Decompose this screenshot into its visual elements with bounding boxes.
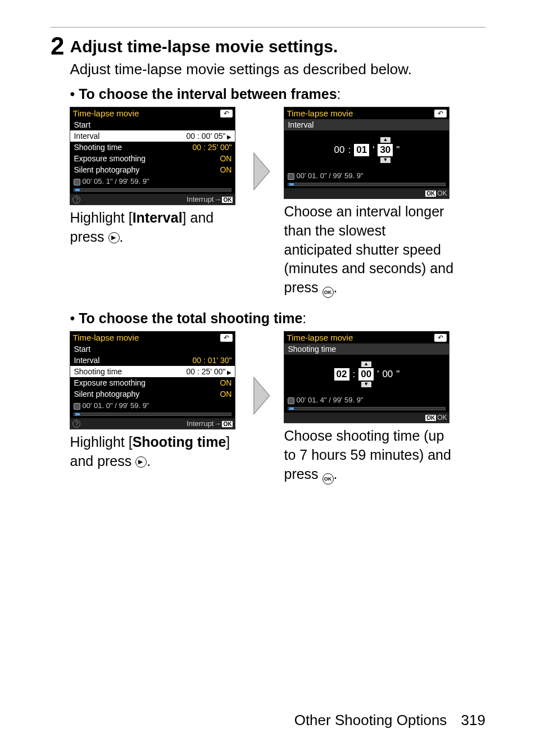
section-b-heading: • To choose the total shooting time:	[70, 310, 485, 327]
movie-icon	[74, 179, 80, 185]
section-a-heading: • To choose the interval between frames:	[70, 86, 485, 102]
step-title: Adjust time-lapse movie settings.	[70, 37, 485, 56]
caption-a-left: Highlight [Interval] and press .	[70, 209, 241, 247]
movie-icon	[74, 403, 80, 410]
step-desc: Adjust time-lapse movie settings as desc…	[70, 60, 485, 79]
menu-screenshot-shooting-edit: Time-lapse movie↶ Shooting time 02 : ▲00…	[284, 331, 449, 423]
multi-selector-right-icon	[108, 232, 120, 243]
page-footer: Other Shooting Options 319	[294, 712, 485, 729]
movie-icon	[288, 173, 294, 180]
menu-screenshot-shooting-list: Time-lapse movie↶ Start Interval00 : 01'…	[70, 331, 235, 429]
back-icon: ↶	[434, 334, 447, 342]
menu-screenshot-interval-list: Time-lapse movie↶ Start Interval00 : 00'…	[70, 107, 235, 205]
footer-section: Other Shooting Options	[294, 712, 447, 728]
help-icon: ?	[72, 420, 80, 428]
movie-icon	[288, 397, 294, 404]
menu-screenshot-interval-edit: Time-lapse movie↶ Interval 00: 01 ' ▲30▼…	[284, 107, 449, 199]
caption-b-left: Highlight [Shooting time] and press .	[70, 433, 241, 471]
arrow-separator-icon	[251, 376, 274, 415]
multi-selector-right-icon	[135, 456, 147, 468]
caption-b-right: Choose shooting time (up to 7 hours 59 m…	[284, 427, 455, 485]
step-number: 2	[51, 34, 64, 58]
back-icon: ↶	[220, 110, 233, 117]
ok-button-icon: OK	[322, 473, 334, 485]
back-icon: ↶	[220, 334, 233, 342]
ok-button-icon: OK	[322, 287, 334, 298]
arrow-separator-icon	[251, 152, 274, 191]
back-icon: ↶	[434, 110, 447, 117]
caption-a-right: Choose an interval longer than the slowe…	[284, 202, 455, 298]
help-icon: ?	[72, 196, 80, 203]
page-number: 319	[461, 712, 485, 728]
svg-marker-1	[254, 377, 270, 414]
svg-marker-0	[254, 153, 270, 189]
